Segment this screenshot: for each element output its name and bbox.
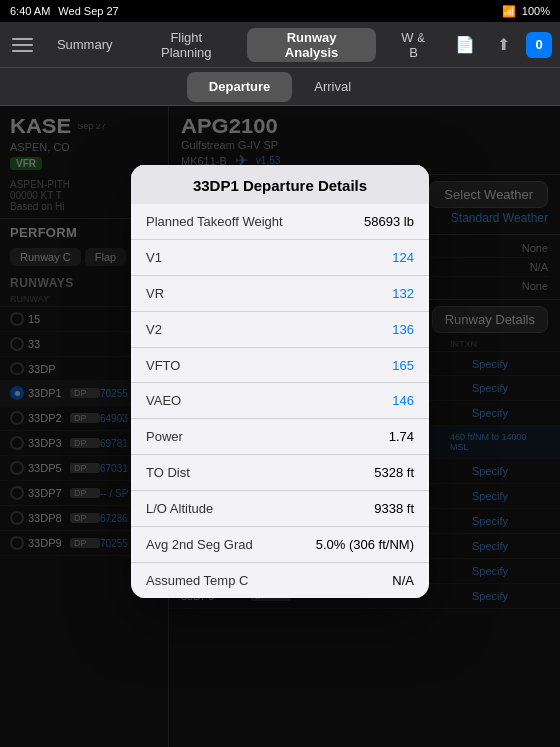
modal-row: TO Dist 5328 ft: [131, 455, 429, 491]
modal-row: Power 1.74: [131, 419, 429, 455]
modal-row: L/O Altitude 9338 ft: [131, 491, 429, 527]
modal-row: VR 132: [131, 276, 429, 312]
modal-row: Avg 2nd Seg Grad 5.0% (306 ft/NM): [131, 527, 429, 563]
modal-row: VAEO 146: [131, 383, 429, 419]
wifi-icon: 📶: [502, 5, 516, 18]
tab-arrival[interactable]: Arrival: [292, 72, 373, 102]
dep-arr-bar: Departure Arrival: [0, 68, 560, 106]
nav-badge[interactable]: 0: [526, 32, 552, 58]
modal-row: Planned Takeoff Weight 58693 lb: [131, 204, 429, 240]
tab-summary[interactable]: Summary: [43, 28, 127, 62]
modal-title: 33DP1 Departure Details: [146, 177, 414, 194]
tab-wb[interactable]: W & B: [382, 28, 444, 62]
status-day: Wed Sep 27: [58, 5, 118, 17]
share-icon[interactable]: ⬆: [488, 30, 518, 60]
modal-title-bar: 33DP1 Departure Details: [131, 165, 429, 204]
status-time: 6:40 AM: [10, 5, 50, 17]
tab-runway-analysis[interactable]: Runway Analysis: [247, 28, 376, 62]
main-content: KASE Sep 27 ASPEN, CO VFR ASPEN-PITH 000…: [0, 106, 560, 747]
modal-card: 33DP1 Departure Details Planned Takeoff …: [131, 165, 429, 598]
modal-body: Planned Takeoff Weight 58693 lb V1 124 V…: [131, 204, 429, 598]
modal-overlay[interactable]: 33DP1 Departure Details Planned Takeoff …: [0, 106, 560, 747]
status-bar: 6:40 AM Wed Sep 27 📶 100%: [0, 0, 560, 22]
nav-bar: Summary Flight Planning Runway Analysis …: [0, 22, 560, 68]
tab-departure[interactable]: Departure: [187, 72, 292, 102]
modal-row: VFTO 165: [131, 348, 429, 383]
tab-flight-planning[interactable]: Flight Planning: [133, 28, 242, 62]
nav-icons: 📄 ⬆ 0: [450, 30, 552, 60]
modal-row: V2 136: [131, 312, 429, 348]
modal-row: V1 124: [131, 240, 429, 276]
modal-row: Assumed Temp C N/A: [131, 563, 429, 598]
battery-status: 100%: [522, 5, 550, 17]
hamburger-button[interactable]: [8, 30, 37, 60]
document-icon[interactable]: 📄: [450, 30, 480, 60]
